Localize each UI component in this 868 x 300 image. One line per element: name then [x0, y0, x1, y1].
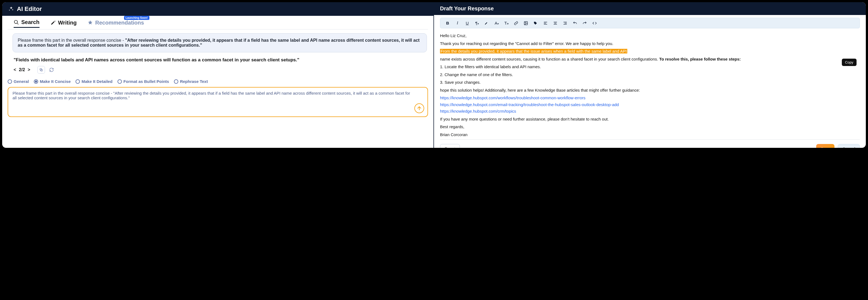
- copy-tooltip: Copy: [842, 59, 857, 66]
- left-title: AI Editor: [17, 5, 42, 12]
- option-bullets-label: Format as Bullet Points: [123, 79, 169, 84]
- code-button[interactable]: [592, 21, 597, 25]
- outro-lead: hope this solution helps! Additionally, …: [440, 87, 860, 94]
- save-button[interactable]: Save: [816, 144, 834, 148]
- right-panel: Draft Your Response B I U ¶▾ A▾ Ti▾: [434, 2, 866, 148]
- align-left-button[interactable]: [543, 21, 548, 25]
- option-general-label: General: [13, 79, 29, 84]
- actions-right-group: Save Cancel: [816, 144, 860, 148]
- regenerate-button[interactable]: [48, 66, 55, 73]
- cancel-button[interactable]: Cancel: [838, 144, 860, 148]
- tab-writing[interactable]: Writing: [51, 20, 77, 28]
- highlighted-text: From the details you provided, it appear…: [440, 49, 627, 54]
- option-rephrase-label: Rephrase Text: [180, 79, 208, 84]
- pager-value: 2/2: [19, 67, 25, 72]
- result-pager: < 2/2 >: [12, 64, 427, 78]
- step-3: 3. Save your changes.: [440, 79, 860, 86]
- greeting: Hello Liz Cruz,: [440, 33, 860, 39]
- tab-search[interactable]: Search: [13, 19, 39, 28]
- highlight-button[interactable]: [485, 21, 489, 25]
- underline-button[interactable]: U: [465, 21, 470, 25]
- kb-link-2[interactable]: https://knowledge.hubspot.com/email-trac…: [440, 102, 860, 108]
- tabs: Search Writing Recommendations Launching…: [8, 16, 428, 29]
- font-color-button[interactable]: A▾: [494, 21, 499, 25]
- closing: If you have any more questions or need f…: [440, 116, 860, 122]
- left-panel: AI Editor Search Writing Recommendations…: [2, 2, 434, 148]
- prompt-card: Please frame this part in the overall re…: [12, 33, 427, 52]
- sparkle-icon: [8, 6, 14, 12]
- actions-bar: Reset Save Cancel: [440, 139, 860, 148]
- tab-search-label: Search: [21, 19, 39, 25]
- option-detailed-label: Make It Detailed: [82, 79, 112, 84]
- right-inner: B I U ¶▾ A▾ Ti▾ Hello Liz Cruz, Thank y: [434, 15, 866, 148]
- option-bullets[interactable]: Format as Bullet Points: [118, 79, 169, 84]
- kb-link-3[interactable]: https://knowledge.hubspot.com/crm/topics: [440, 108, 860, 115]
- right-topbar: Draft Your Response: [434, 2, 866, 15]
- svg-point-0: [14, 20, 18, 24]
- signoff: Best regards,: [440, 124, 860, 130]
- send-button[interactable]: [414, 103, 424, 113]
- resolve-lead: To resolve this, please follow these ste…: [659, 57, 741, 61]
- star-icon: [88, 20, 93, 25]
- reset-button[interactable]: Reset: [440, 144, 460, 148]
- pager-prev[interactable]: <: [13, 67, 16, 72]
- pencil-icon: [51, 20, 56, 25]
- result-text: "Fields with identical labels and API na…: [12, 52, 427, 64]
- text-size-button[interactable]: Ti▾: [504, 21, 509, 25]
- intro: Thank you for reaching out regarding the…: [440, 41, 860, 47]
- continuation: name exists across different content sou…: [440, 56, 860, 62]
- composer-lead: Please frame this part in the overall re…: [12, 91, 113, 95]
- prompt-lead: Please frame this part in the overall re…: [18, 38, 125, 42]
- redo-button[interactable]: [583, 21, 587, 25]
- align-center-button[interactable]: [553, 21, 558, 25]
- italic-button[interactable]: I: [455, 21, 460, 25]
- highlighted-block: From the details you provided, it appear…: [440, 48, 860, 55]
- editor-body[interactable]: Hello Liz Cruz, Thank you for reaching o…: [434, 29, 866, 139]
- tab-recommendations[interactable]: Recommendations Launching Soon!: [88, 20, 144, 28]
- right-title: Draft Your Response: [440, 5, 494, 11]
- tab-recs-label: Recommendations: [95, 20, 144, 26]
- copy-result-button[interactable]: [37, 66, 45, 73]
- step-2: 2. Change the name of one of the filters…: [440, 72, 860, 78]
- option-detailed[interactable]: Make It Detailed: [75, 79, 112, 84]
- svg-point-4: [525, 22, 526, 23]
- tab-writing-label: Writing: [58, 20, 77, 26]
- workspace: Please frame this part in the overall re…: [2, 29, 433, 148]
- option-rephrase[interactable]: Rephrase Text: [174, 79, 208, 84]
- app-frame: AI Editor Search Writing Recommendations…: [2, 2, 866, 148]
- paragraph-button[interactable]: ¶▾: [475, 21, 479, 25]
- align-right-button[interactable]: [563, 21, 568, 25]
- pager-next[interactable]: >: [28, 67, 30, 72]
- options-row: General Make It Concise Make It Detailed…: [8, 78, 428, 87]
- left-topbar: AI Editor: [2, 2, 433, 16]
- launching-soon-badge: Launching Soon!: [124, 16, 150, 20]
- step-1: 1. Locate the filters with identical lab…: [440, 64, 860, 70]
- option-concise-label: Make It Concise: [40, 79, 71, 84]
- tag-button[interactable]: [533, 21, 538, 25]
- kb-link-1[interactable]: https://knowledge.hubspot.com/workflows/…: [440, 95, 860, 101]
- bold-button[interactable]: B: [445, 21, 450, 25]
- continuation-text: name exists across different content sou…: [440, 57, 659, 61]
- option-general[interactable]: General: [8, 79, 29, 84]
- option-concise[interactable]: Make It Concise: [34, 79, 71, 84]
- signature-name: Brian Corcoran: [440, 132, 860, 138]
- image-button[interactable]: [524, 21, 529, 25]
- undo-button[interactable]: [573, 21, 578, 25]
- search-icon: [13, 20, 19, 25]
- editor-toolbar: B I U ¶▾ A▾ Ti▾: [440, 18, 860, 28]
- composer[interactable]: Please frame this part in the overall re…: [8, 87, 428, 117]
- link-button[interactable]: [514, 21, 519, 25]
